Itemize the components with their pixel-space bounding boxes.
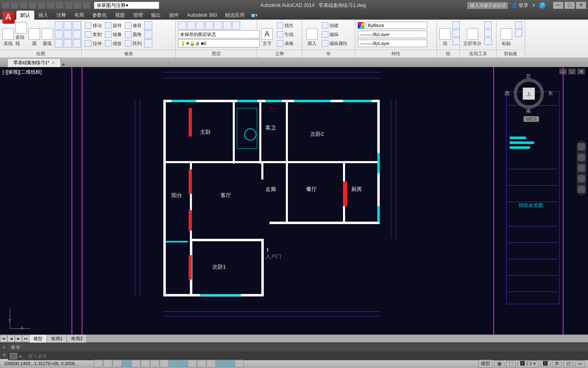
nav-orbit[interactable]	[578, 175, 585, 182]
layout-last[interactable]: ⏭	[22, 335, 29, 342]
panel-title[interactable]: 块	[302, 49, 355, 58]
status-icon[interactable]: ▦	[494, 360, 504, 367]
table-button[interactable]: 表格	[276, 39, 294, 47]
tool-icon[interactable]	[55, 21, 63, 29]
layout-tab-2[interactable]: 布局2	[67, 335, 87, 343]
stretch-button[interactable]: 拉伸	[84, 39, 102, 47]
tab-expand-icon[interactable]: ◼▾	[251, 12, 258, 18]
search-box[interactable]: 键入关键字或短语	[467, 2, 508, 9]
status-icon[interactable]: 🅰	[540, 360, 550, 367]
qat-button[interactable]	[2, 2, 10, 9]
layout-first[interactable]: ⏮	[0, 335, 7, 342]
tab-featured[interactable]: 精选应用	[221, 11, 249, 20]
panel-title[interactable]: 注释	[257, 49, 302, 58]
tool-icon[interactable]	[73, 30, 81, 38]
status-icon[interactable]: ⬚	[506, 360, 516, 367]
layer-tool[interactable]	[232, 21, 240, 29]
panel-title[interactable]: 组	[437, 49, 459, 58]
model-space-toggle[interactable]: 模型	[478, 360, 493, 368]
array-button[interactable]: 阵列	[124, 39, 143, 47]
status-toggle[interactable]	[207, 360, 216, 367]
sign-in-button[interactable]: 👤 登录	[511, 2, 528, 9]
status-toggle[interactable]	[131, 360, 140, 367]
panel-title[interactable]: 修改	[82, 49, 175, 58]
wcs-indicator[interactable]: WCS	[523, 116, 539, 122]
tool-icon[interactable]	[484, 29, 492, 37]
fillet-button[interactable]: 圆角	[124, 30, 143, 38]
status-toggle[interactable]	[122, 360, 131, 367]
qat-button[interactable]	[38, 2, 46, 9]
layer-tool[interactable]	[205, 21, 213, 29]
status-toggle[interactable]	[235, 360, 244, 367]
tool-icon[interactable]	[73, 39, 81, 47]
text-button[interactable]: A文字	[260, 21, 274, 47]
layer-tool[interactable]	[178, 21, 186, 29]
status-toggle[interactable]	[178, 360, 187, 367]
new-tab-button[interactable]: ▸	[62, 61, 65, 67]
scale-button[interactable]: 缩放	[104, 39, 122, 47]
drawing-canvas[interactable]: [-][俯视][二维线框] — □ ✕	[0, 67, 588, 334]
status-toggle[interactable]	[169, 360, 178, 367]
coordinates-readout[interactable]: 206800.1493, -1.3127E+06, 0.0000	[0, 361, 94, 366]
maximize-button[interactable]: □	[564, 2, 575, 9]
tool-icon[interactable]	[73, 21, 81, 29]
measure-button[interactable]: 定距等分	[462, 21, 483, 47]
polyline-button[interactable]: 多段线	[16, 21, 27, 47]
qat-button[interactable]	[56, 2, 64, 9]
vp-close[interactable]: ✕	[577, 69, 585, 74]
layer-state-dropdown[interactable]: 未保存的图层状态	[178, 30, 260, 38]
tool-icon[interactable]	[144, 39, 152, 47]
tab-insert[interactable]: 插入	[34, 11, 52, 20]
status-toggle[interactable]	[113, 360, 122, 367]
tool-icon[interactable]	[484, 21, 492, 29]
layer-tool[interactable]	[214, 21, 222, 29]
minimize-button[interactable]: —	[553, 2, 564, 9]
tool-icon[interactable]	[144, 21, 152, 29]
paste-button[interactable]: 粘贴	[499, 21, 513, 47]
workspace-selector[interactable]: ⚙ 草图与注释 ▾	[94, 2, 159, 9]
layer-tool[interactable]	[196, 21, 204, 29]
panel-title[interactable]: 图层	[176, 49, 257, 58]
tab-parametric[interactable]: 参数化	[88, 11, 111, 20]
help-icon[interactable]: ?	[539, 2, 546, 9]
tool-icon[interactable]	[452, 29, 460, 37]
move-button[interactable]: 移动	[84, 21, 102, 29]
tool-icon[interactable]	[64, 30, 72, 38]
tab-output[interactable]: 输出	[147, 11, 165, 20]
status-toggle[interactable]	[103, 360, 112, 367]
close-button[interactable]: ✕	[576, 2, 586, 9]
status-icon[interactable]: ▭	[575, 360, 585, 367]
rotate-button[interactable]: 旋转	[104, 21, 122, 29]
tool-icon[interactable]	[452, 21, 460, 29]
command-prompt-icon[interactable]	[10, 353, 17, 359]
tool-icon[interactable]	[484, 38, 492, 45]
panel-title[interactable]: 特性	[355, 49, 437, 58]
edit-attr-button[interactable]: 编辑属性	[321, 39, 348, 47]
tool-icon[interactable]	[64, 21, 72, 29]
status-toggle[interactable]	[94, 360, 103, 367]
layout-next[interactable]: ▶	[15, 335, 22, 342]
status-toggle[interactable]	[160, 360, 169, 367]
linetype-dropdown[interactable]: ——— ByLayer	[358, 31, 427, 38]
tool-icon[interactable]	[452, 38, 460, 45]
leader-button[interactable]: 引线	[276, 30, 294, 38]
status-toggle[interactable]	[141, 360, 150, 367]
tool-icon[interactable]	[55, 30, 63, 38]
color-dropdown[interactable]: ByBlock	[366, 22, 427, 29]
qat-button[interactable]	[20, 2, 28, 9]
tool-icon[interactable]	[515, 29, 522, 37]
tab-default[interactable]: 默认	[16, 11, 34, 20]
command-handle[interactable]: ≡✕	[0, 343, 8, 359]
tool-icon[interactable]	[55, 39, 63, 47]
status-toggle[interactable]	[197, 360, 206, 367]
qat-button[interactable]	[74, 2, 82, 9]
status-toggle[interactable]	[188, 360, 197, 367]
viewcube[interactable]: 上 北 南 西 东	[510, 75, 547, 112]
exchange-icon[interactable]: ✕	[532, 2, 536, 8]
tab-manage[interactable]: 管理	[129, 11, 147, 20]
circle-button[interactable]: 圆	[29, 21, 40, 47]
app-menu-button[interactable]	[2, 11, 15, 24]
viewport-label[interactable]: [-][俯视][二维线框]	[2, 69, 42, 76]
tab-a360[interactable]: Autodesk 360	[183, 11, 221, 19]
layer-current-dropdown[interactable]: 💡❄🔒🖨 ■ 0	[178, 39, 260, 47]
